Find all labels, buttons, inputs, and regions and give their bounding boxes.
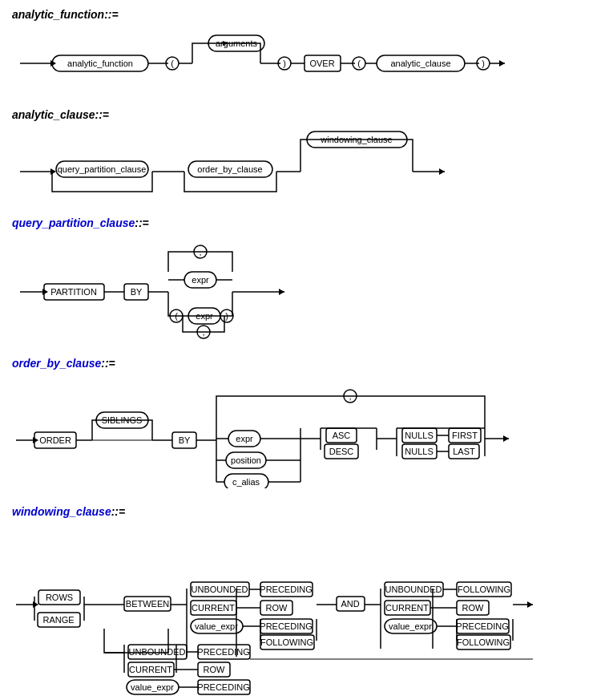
svg-analytic-clause: query_partition_clause order_by_clause w…: [12, 127, 573, 200]
node-analytic-function: analytic_function: [67, 59, 133, 68]
node-and: AND: [341, 599, 359, 609]
svg-text:): ): [225, 311, 228, 321]
node-nulls1: NULLS: [405, 431, 433, 440]
section-title-order-by: order_by_clause::=: [12, 357, 601, 370]
svg-marker-22: [499, 60, 505, 67]
node-asc: ASC: [333, 431, 351, 440]
node-expr-bottom: expr: [196, 311, 213, 321]
svg-text:(: (: [175, 311, 178, 321]
section-order-by-clause: order_by_clause::= ORDER SIBLINGS: [12, 357, 601, 491]
section-title-analytic-function: analytic_function::=: [12, 8, 601, 21]
svg-marker-23: [50, 60, 56, 67]
svg-analytic-function: analytic_function ( arguments ): [12, 27, 573, 91]
svg-text:,: ,: [199, 247, 201, 257]
section-windowing-clause: windowing_clause::= ROWS RANGE: [12, 505, 601, 699]
svg-text:,: ,: [349, 391, 351, 401]
node-row-l1: ROW: [266, 603, 288, 613]
svg-marker-52: [279, 289, 284, 295]
svg-marker-91: [33, 437, 38, 443]
node-preceding-r1: PRECEDING: [456, 621, 508, 631]
node-analytic-clause: analytic_clause: [390, 59, 450, 68]
diagram-analytic-function: analytic_function ( arguments ): [12, 27, 601, 94]
node-preceding-l1: PRECEDING: [260, 585, 312, 594]
node-value-expr-l: value_expr: [195, 621, 238, 631]
node-order-by: order_by_clause: [197, 164, 262, 174]
diagram-query-partition-clause: PARTITION BY expr ,: [12, 236, 601, 342]
node-value-expr-r: value_expr: [389, 621, 432, 631]
node-current-r1: CURRENT: [385, 603, 429, 613]
svg-marker-133: [527, 601, 533, 608]
node-preceding-l4: PRECEDING: [197, 682, 249, 692]
section-title-windowing: windowing_clause::=: [12, 505, 601, 518]
diagram-analytic-clause: query_partition_clause order_by_clause w…: [12, 127, 601, 202]
node-row-l2: ROW: [204, 665, 226, 674]
node-following-r1: FOLLOWING: [458, 585, 510, 594]
diagram-windowing-clause: ROWS RANGE BETWEEN: [12, 524, 601, 699]
page: analytic_function::= analytic_function (: [0, 0, 613, 700]
svg-marker-147: [33, 601, 38, 608]
node-first: FIRST: [452, 431, 478, 440]
node-row-r1: ROW: [462, 603, 485, 613]
svg-marker-31: [439, 168, 445, 175]
node-desc: DESC: [329, 447, 354, 456]
node-preceding-l3: PRECEDING: [197, 647, 249, 657]
node-unbounded-r1: UNBOUNDED: [385, 585, 442, 594]
section-query-partition-clause: query_partition_clause::= PARTITION BY e…: [12, 216, 601, 342]
node-partition: PARTITION: [50, 287, 97, 297]
node-expr2: expr: [236, 434, 253, 443]
section-title-query-partition: query_partition_clause::=: [12, 216, 601, 229]
section-analytic-function: analytic_function::= analytic_function (: [12, 8, 601, 94]
svg-text:(: (: [357, 59, 361, 68]
node-following-l1: FOLLOWING: [260, 637, 313, 647]
node-by2: BY: [179, 435, 191, 445]
svg-order-by: ORDER SIBLINGS BY ,: [12, 376, 597, 488]
node-query-partition: query_partition_clause: [58, 164, 147, 174]
node-arguments: arguments: [216, 38, 257, 48]
section-analytic-clause: analytic_clause::= query_partition_claus…: [12, 108, 601, 202]
node-windowing: windowing_clause: [320, 135, 392, 144]
node-current-l1: CURRENT: [192, 603, 235, 613]
svg-windowing: ROWS RANGE BETWEEN: [12, 524, 597, 697]
node-last: LAST: [453, 447, 475, 456]
node-following-r2: FOLLOWING: [457, 637, 510, 647]
node-preceding-l2: PRECEDING: [260, 621, 312, 631]
node-rows: ROWS: [46, 593, 73, 602]
node-unbounded-l2: UNBOUNDED: [129, 647, 186, 657]
section-title-analytic-clause: analytic_clause::=: [12, 108, 601, 121]
svg-marker-90: [503, 435, 509, 442]
node-expr-top: expr: [192, 275, 209, 285]
svg-marker-53: [42, 289, 48, 295]
node-position: position: [231, 455, 261, 465]
node-nulls2: NULLS: [405, 447, 433, 456]
svg-text:,: ,: [202, 327, 204, 337]
node-current-l2: CURRENT: [129, 665, 172, 674]
diagram-order-by-clause: ORDER SIBLINGS BY ,: [12, 376, 601, 491]
node-unbounded-l1: UNBOUNDED: [192, 585, 248, 594]
node-by: BY: [131, 287, 143, 297]
node-order: ORDER: [39, 435, 71, 445]
svg-text:): ): [482, 59, 485, 68]
svg-marker-32: [50, 168, 56, 175]
svg-text:): ): [283, 59, 286, 68]
node-siblings: SIBLINGS: [102, 415, 143, 425]
node-value-expr-l2: value_expr: [131, 682, 174, 692]
node-between: BETWEEN: [126, 599, 169, 609]
node-range: RANGE: [42, 615, 74, 625]
node-c-alias: c_alias: [232, 477, 260, 487]
node-over: OVER: [309, 59, 334, 68]
svg-query-partition: PARTITION BY expr ,: [12, 236, 413, 340]
svg-text:(: (: [171, 59, 174, 68]
